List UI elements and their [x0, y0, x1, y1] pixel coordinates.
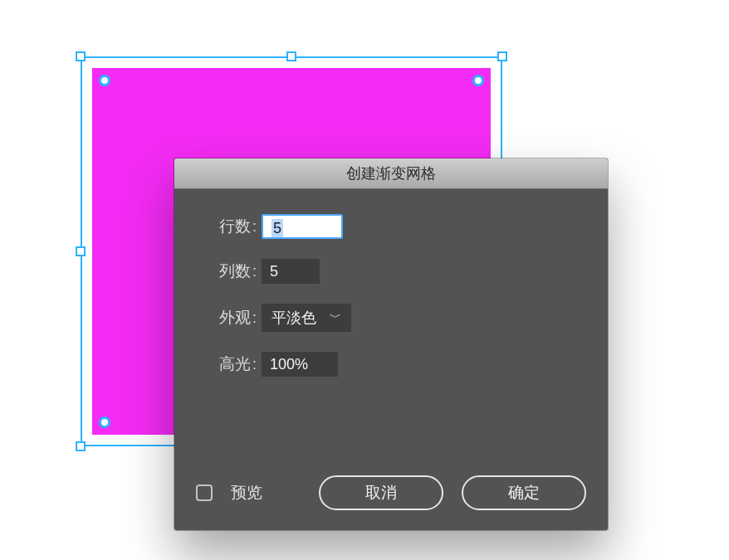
rows-label: 行数	[201, 216, 251, 237]
cancel-button-label: 取消	[365, 482, 397, 504]
cancel-button[interactable]: 取消	[319, 475, 443, 510]
dialog-body: 行数 : 5 列数 : 5 外观 : 平淡色 ﹀ 高光 : 100%	[174, 189, 608, 377]
dialog-title-bar[interactable]: 创建渐变网格	[174, 158, 608, 189]
dialog-title: 创建渐变网格	[346, 163, 436, 183]
resize-handle-middle-left[interactable]	[76, 246, 86, 256]
columns-label: 列数	[201, 261, 251, 282]
highlight-label: 高光	[201, 353, 251, 375]
resize-handle-top-left[interactable]	[76, 51, 86, 61]
colon: :	[252, 263, 257, 280]
highlight-input[interactable]: 100%	[262, 352, 338, 377]
ok-button-label: 确定	[508, 482, 540, 504]
columns-input-value: 5	[270, 263, 278, 280]
rows-input-value: 5	[272, 219, 283, 237]
ok-button[interactable]: 确定	[462, 475, 586, 510]
row-highlight: 高光 : 100%	[201, 352, 581, 377]
create-gradient-mesh-dialog: 创建渐变网格 行数 : 5 列数 : 5 外观 : 平淡色 ﹀ 高光	[174, 158, 608, 530]
appearance-label: 外观	[201, 307, 251, 329]
row-rows: 行数 : 5	[201, 214, 581, 239]
row-appearance: 外观 : 平淡色 ﹀	[201, 304, 581, 332]
preview-checkbox[interactable]	[196, 485, 213, 501]
colon: :	[252, 218, 257, 236]
resize-handle-top-middle[interactable]	[286, 51, 296, 61]
resize-handle-top-right[interactable]	[497, 51, 507, 61]
chevron-down-icon: ﹀	[330, 310, 341, 325]
preview-label: 预览	[231, 482, 262, 504]
colon: :	[252, 356, 257, 373]
rows-input[interactable]: 5	[262, 214, 343, 239]
columns-input[interactable]: 5	[262, 259, 320, 284]
resize-handle-bottom-left[interactable]	[76, 441, 86, 451]
appearance-select-value: 平淡色	[272, 308, 316, 328]
colon: :	[252, 309, 257, 327]
highlight-input-value: 100%	[270, 356, 308, 373]
appearance-select[interactable]: 平淡色 ﹀	[262, 304, 351, 332]
dialog-footer: 预览 取消 确定	[174, 475, 608, 510]
row-columns: 列数 : 5	[201, 259, 581, 284]
